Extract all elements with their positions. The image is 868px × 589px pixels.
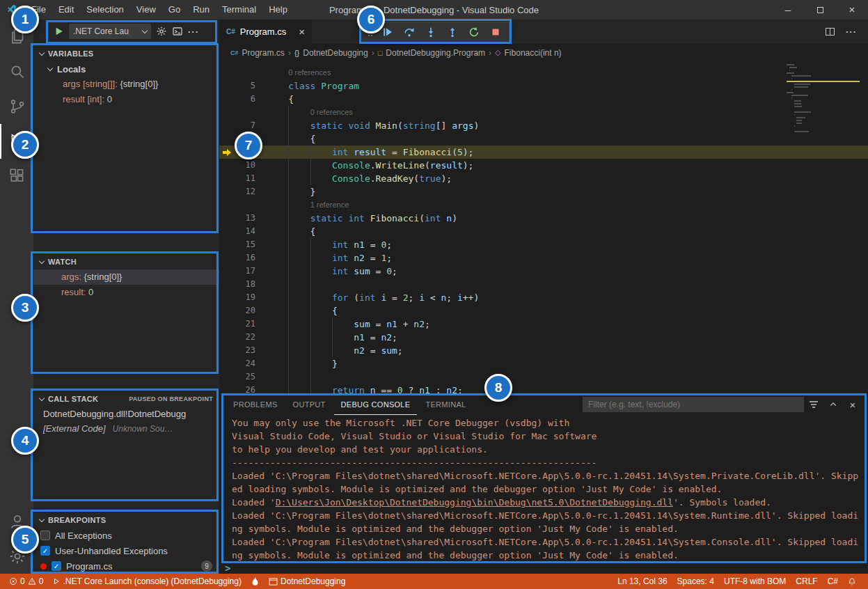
line-number[interactable]: 20 (235, 304, 255, 317)
breadcrumb-item[interactable]: {}DotnetDebugging (294, 48, 368, 58)
code-line-23[interactable]: 23 n2 = sum; (219, 344, 868, 357)
maximize-button[interactable] (804, 0, 836, 19)
menu-view[interactable]: View (130, 0, 162, 19)
console-filter-input[interactable] (583, 397, 804, 412)
extensions-icon[interactable] (0, 159, 33, 194)
indentation-status[interactable]: Spaces: 4 (672, 574, 719, 589)
call-stack-header[interactable]: CALL STACK PAUSED ON BREAKPOINT (33, 391, 219, 407)
glyph-margin[interactable] (219, 344, 235, 357)
line-number[interactable]: 22 (235, 331, 255, 344)
panel-tab-problems[interactable]: PROBLEMS (226, 394, 285, 415)
cursor-position[interactable]: Ln 13, Col 36 (613, 574, 672, 589)
breadcrumb-item[interactable]: □DotnetDebugging.Program (378, 48, 485, 58)
code-line-9[interactable]: 9 int result = Fibonacci(5); (219, 146, 868, 159)
line-number[interactable]: 19 (235, 291, 255, 304)
line-number[interactable]: 18 (235, 278, 255, 291)
code-line-13[interactable]: 13 static int Fibonacci(int n) (219, 212, 868, 225)
code-line-24[interactable]: 24 } (219, 357, 868, 370)
glyph-margin[interactable] (219, 251, 235, 265)
line-number[interactable]: 6 (235, 93, 255, 106)
glyph-margin[interactable] (219, 212, 235, 225)
panel-tab-debug-console[interactable]: DEBUG CONSOLE (334, 394, 418, 415)
code-line-11[interactable]: 11 Console.ReadKey(true); (219, 172, 868, 185)
breakpoint-checkbox[interactable]: ✓ (40, 546, 50, 556)
stop-icon[interactable] (485, 23, 505, 41)
close-tab-icon[interactable]: × (299, 26, 305, 38)
breakpoints-header[interactable]: BREAKPOINTS (33, 512, 219, 528)
editor-more-actions-icon[interactable]: ··· (846, 26, 857, 37)
line-number[interactable] (235, 198, 255, 212)
encoding-status[interactable]: UTF-8 with BOM (719, 574, 791, 589)
watch-row[interactable]: args: {string[0]} (33, 269, 219, 285)
code-line-26[interactable]: 26 return n == 0 ? n1 : n2; (219, 384, 868, 394)
code-line-25[interactable]: 25 (219, 370, 868, 384)
codelens-label[interactable]: 1 reference (255, 198, 349, 212)
variables-header[interactable]: VARIABLES (33, 46, 219, 61)
glyph-margin[interactable] (219, 357, 235, 370)
code-line-5[interactable]: 5 class Program (219, 79, 868, 93)
line-number[interactable]: 10 (235, 159, 255, 172)
debug-target-status[interactable]: .NET Core Launch (console) (DotnetDebugg… (48, 574, 246, 589)
line-number[interactable]: 7 (235, 119, 255, 132)
glyph-margin[interactable] (219, 278, 235, 291)
code-line-14[interactable]: 14 { (219, 225, 868, 238)
code-line-12[interactable]: 12 } (219, 185, 868, 198)
flame-icon[interactable] (246, 574, 264, 589)
line-number[interactable]: 26 (235, 384, 255, 394)
line-number[interactable]: 24 (235, 357, 255, 370)
minimap[interactable] (787, 64, 860, 134)
more-actions-icon[interactable]: ··· (188, 26, 199, 37)
language-mode[interactable]: C# (823, 574, 843, 589)
glyph-margin[interactable] (219, 317, 235, 331)
code-line-20[interactable]: 20 { (219, 304, 868, 317)
glyph-margin[interactable] (219, 225, 235, 238)
code-line-7[interactable]: 7 static void Main(string[] args) (219, 119, 868, 132)
code-line-15[interactable]: 15 int n1 = 0; (219, 238, 868, 251)
glyph-margin[interactable] (219, 93, 235, 106)
panel-tab-terminal[interactable]: TERMINAL (418, 394, 473, 415)
search-icon[interactable] (0, 54, 33, 89)
code-line-8[interactable]: 8 { (219, 132, 868, 146)
run-and-debug-icon[interactable] (0, 124, 33, 159)
breadcrumb-item[interactable]: C#Program.cs (230, 48, 285, 58)
line-number[interactable]: 5 (235, 79, 255, 93)
drag-handle-icon[interactable] (365, 26, 376, 38)
glyph-margin[interactable] (219, 198, 235, 212)
tab-program-cs[interactable]: C# Program.cs × (219, 19, 312, 44)
breakpoint-row[interactable]: ✓Program.cs9 (33, 558, 219, 574)
breadcrumb-item[interactable]: ◇Fibonacci(int n) (495, 48, 562, 58)
explorer-icon[interactable] (0, 19, 33, 54)
stack-frame[interactable]: [External Code]Unknown Sou… (33, 421, 219, 436)
close-panel-icon[interactable]: × (843, 399, 862, 411)
line-number[interactable]: 9 (235, 146, 255, 159)
code-line-22[interactable]: 22 n1 = n2; (219, 331, 868, 344)
line-number[interactable]: 25 (235, 370, 255, 384)
glyph-margin[interactable] (219, 331, 235, 344)
code-line-16[interactable]: 16 int n2 = 1; (219, 251, 868, 265)
glyph-margin[interactable] (219, 132, 235, 146)
glyph-margin[interactable] (219, 265, 235, 278)
glyph-margin[interactable] (219, 238, 235, 251)
line-number[interactable]: 12 (235, 185, 255, 198)
line-number[interactable]: 11 (235, 172, 255, 185)
code-line-17[interactable]: 17 int sum = 0; (219, 265, 868, 278)
accounts-icon[interactable] (0, 504, 33, 539)
glyph-margin[interactable] (219, 172, 235, 185)
glyph-margin[interactable] (219, 291, 235, 304)
source-control-icon[interactable] (0, 89, 33, 124)
codelens-row[interactable]: 1 reference (219, 198, 868, 212)
codelens-row[interactable]: 0 references (219, 66, 868, 79)
line-number[interactable]: 15 (235, 238, 255, 251)
glyph-margin[interactable] (219, 304, 235, 317)
breakpoint-row[interactable]: All Exceptions (33, 528, 219, 543)
minimize-button[interactable]: – (772, 0, 804, 19)
codelens-label[interactable]: 0 references (255, 106, 353, 119)
split-editor-icon[interactable] (826, 28, 835, 36)
watch-row[interactable]: result: 0 (33, 285, 219, 300)
variable-row-args[interactable]: args [string[]]: {string[0]} (33, 77, 219, 92)
glyph-margin[interactable] (219, 159, 235, 172)
glyph-margin[interactable] (219, 370, 235, 384)
line-number[interactable] (235, 66, 255, 79)
step-into-icon[interactable] (420, 23, 441, 41)
codelens-row[interactable]: 0 references (219, 106, 868, 119)
